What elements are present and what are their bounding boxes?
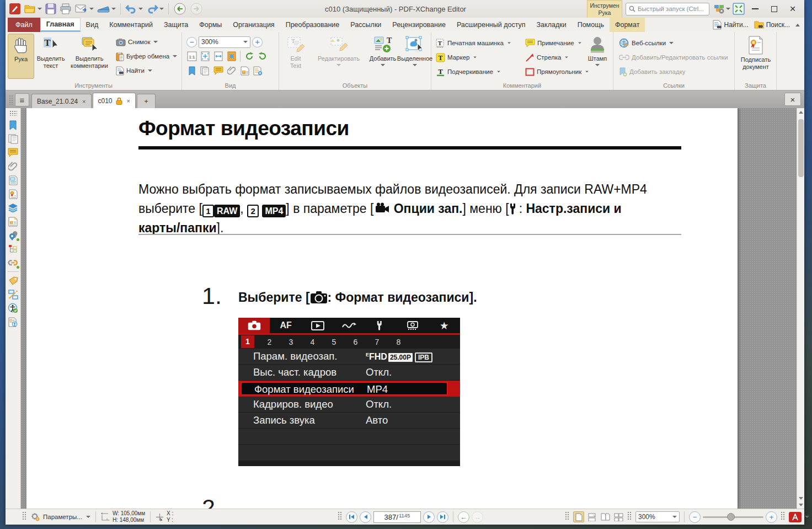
new-tab-button[interactable]: + <box>137 94 156 108</box>
add-objects-button[interactable]: T Добавить <box>367 34 398 79</box>
zoom-in-button[interactable]: + <box>252 37 263 47</box>
order-pane-icon[interactable] <box>7 287 20 301</box>
edit-text-button[interactable]: T EditText <box>281 34 310 79</box>
tab-home[interactable]: Главная <box>40 18 81 32</box>
layout-grip[interactable] <box>565 511 569 520</box>
underline-button[interactable]: T Подчеркивание <box>436 65 501 78</box>
comments-pane-icon[interactable] <box>7 146 20 159</box>
options-label[interactable]: Параметры... <box>43 514 82 520</box>
tags-pane-icon[interactable] <box>7 274 20 287</box>
selected-objects-button[interactable]: Выделенное <box>399 34 430 79</box>
zoom-level-select[interactable]: 300% <box>199 36 250 48</box>
maximize-button[interactable] <box>765 2 783 16</box>
select-text-button[interactable]: T Выделитьтекст <box>36 34 65 79</box>
arrow-tool-button[interactable]: Стрелка <box>525 51 569 64</box>
doc-tab-base[interactable]: Base_21.0.24 × <box>31 94 92 108</box>
content-pane-icon[interactable]: T <box>7 215 20 228</box>
scroll-down-icon[interactable] <box>799 497 803 500</box>
open-button[interactable] <box>23 2 43 16</box>
zoom-slider[interactable] <box>703 516 763 518</box>
next-page-button[interactable] <box>423 511 435 523</box>
ui-options-button[interactable] <box>713 2 731 16</box>
fit-width-icon[interactable] <box>213 51 223 62</box>
two-page-continuous-icon[interactable] <box>613 511 624 522</box>
doc-tab-c010[interactable]: c010 × <box>93 93 136 108</box>
two-page-mode-icon[interactable] <box>600 511 611 522</box>
scan-button[interactable] <box>96 2 117 16</box>
continuous-mode-icon[interactable] <box>586 511 597 522</box>
vertical-scrollbar[interactable] <box>797 108 804 509</box>
bookmarks-panel-button[interactable] <box>186 66 197 76</box>
edit-links-button[interactable]: Добавить/Редактировать ссылки <box>619 51 728 64</box>
accessibility-check-icon[interactable] <box>7 301 20 315</box>
fields-pane-icon[interactable] <box>7 173 20 187</box>
statusbar-grip[interactable] <box>22 511 26 520</box>
view-forward-button[interactable]: → <box>472 511 483 523</box>
scrollbar-thumb[interactable] <box>798 119 804 177</box>
minimize-button[interactable] <box>746 2 765 16</box>
redo-button[interactable] <box>145 2 165 16</box>
thumbnails-pane-icon[interactable] <box>7 132 20 146</box>
find-tool-button[interactable]: Найти <box>116 64 152 77</box>
email-button[interactable] <box>74 2 95 16</box>
view-back-button[interactable]: ← <box>458 511 469 523</box>
web-links-button[interactable]: Веб-ссылки <box>619 36 674 50</box>
tab-review[interactable]: Рецензирование <box>387 18 451 32</box>
first-page-button[interactable] <box>346 511 357 523</box>
search-files-button[interactable]: Поиск... <box>754 20 790 29</box>
page-down-icon[interactable] <box>799 504 803 506</box>
zoom-out-button[interactable]: − <box>186 37 197 47</box>
accessibility-tags-icon[interactable] <box>7 315 20 329</box>
document-view[interactable]: Формат видеозаписи Можно выбрать формат … <box>21 108 797 509</box>
save-button[interactable] <box>44 2 57 16</box>
clipboard-button[interactable]: Буфер обмена <box>116 50 177 63</box>
rotate-ccw-button[interactable] <box>244 51 254 62</box>
tab-comment[interactable]: Комментарий <box>104 18 158 32</box>
sticky-note-button[interactable]: Примечание <box>525 36 582 50</box>
snapshot-button[interactable]: Снимок <box>116 35 158 49</box>
statusbar-zoom-in[interactable]: + <box>766 511 777 523</box>
adobe-reader-icon[interactable] <box>789 512 802 522</box>
close-tab-icon[interactable]: × <box>82 98 86 105</box>
attachments-panel-button[interactable] <box>226 66 237 76</box>
tab-share[interactable]: Рассылки <box>345 18 387 32</box>
rectangle-tool-button[interactable]: Прямоугольник <box>525 65 589 78</box>
session-fullscreen-button[interactable] <box>731 2 746 16</box>
quick-launch-search[interactable]: Быстрый запуск (Ctrl... <box>626 3 709 15</box>
find-button[interactable]: Найти... <box>713 20 748 30</box>
tab-file[interactable]: Файл <box>8 18 40 32</box>
signatures-pane-icon[interactable] <box>7 187 20 201</box>
zoom-grip[interactable] <box>627 511 632 520</box>
right-grip[interactable] <box>781 511 785 520</box>
zoom-slider-knob[interactable] <box>727 513 735 521</box>
tab-organize[interactable]: Организация <box>227 18 280 32</box>
attachments-pane-icon[interactable] <box>7 159 20 173</box>
tab-forms[interactable]: Формы <box>194 18 227 32</box>
thumbnails-panel-button[interactable] <box>200 66 210 76</box>
rotate-cw-button[interactable] <box>257 51 268 62</box>
tab-view[interactable]: Вид <box>81 18 104 32</box>
sign-document-button[interactable]: Подписатьдокумент <box>736 34 775 79</box>
stamp-button[interactable]: Штамп <box>584 34 611 79</box>
scroll-up-icon[interactable] <box>799 111 803 114</box>
tab-help[interactable]: Помощь <box>572 18 610 32</box>
page-number-input[interactable]: 387/1145 <box>373 511 421 523</box>
tab-list-button[interactable]: ≡ <box>15 93 29 106</box>
print-button[interactable] <box>58 2 73 16</box>
panel-options-button[interactable] <box>253 66 263 76</box>
bookmarks-pane-icon[interactable] <box>7 118 20 132</box>
sidebar-grip[interactable] <box>9 110 17 116</box>
statusbar-zoom-select[interactable]: 300% <box>635 511 680 522</box>
add-bookmark-button[interactable]: Добавить закладку <box>619 65 686 78</box>
tabbar-grip[interactable] <box>9 95 13 105</box>
close-document-button[interactable]: × <box>784 93 801 106</box>
close-window-button[interactable]: × <box>783 2 802 16</box>
history-back-button[interactable] <box>172 2 188 16</box>
typewriter-button[interactable]: T Печатная машинка <box>436 36 511 50</box>
actual-size-icon[interactable]: 1:1 <box>186 51 197 62</box>
previous-page-button[interactable] <box>360 511 371 523</box>
comments-panel-button[interactable] <box>213 66 223 76</box>
hand-tool-button[interactable]: Рука <box>8 34 34 79</box>
tab-bookmarks[interactable]: Закладки <box>531 18 572 32</box>
layers-pane-icon[interactable] <box>7 201 20 215</box>
